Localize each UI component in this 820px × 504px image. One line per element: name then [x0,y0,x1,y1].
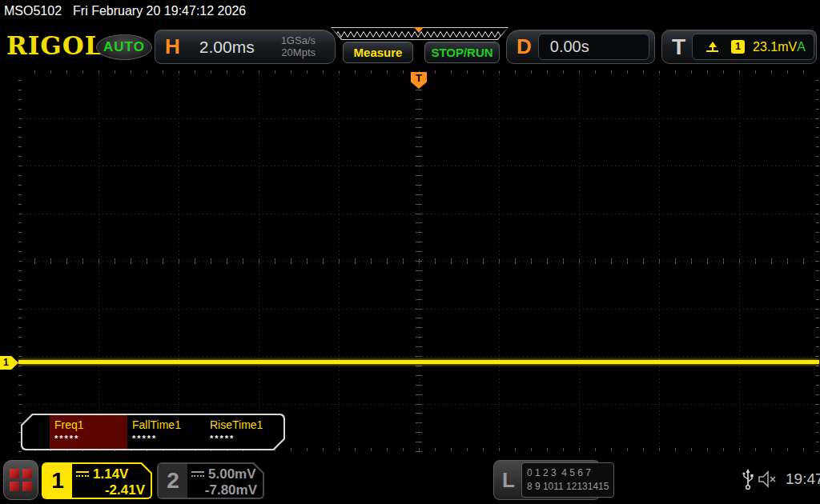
horizontal-timebase-box[interactable]: H 2.00ms 1GSa/s 20Mpts [155,30,336,64]
graticule: T [18,70,819,451]
delay-label: D [517,34,532,59]
dc-coupling-icon [191,471,204,478]
channel1-scale: 1.14V [93,466,128,482]
measurement-item-risetime1[interactable]: RiseTime1 ***** [205,415,283,449]
rising-edge-trigger-icon [705,41,720,54]
trigger-box[interactable]: T 1 23.1mV A [661,30,817,64]
channel2-offset: -7.80mV [205,482,257,498]
datetime: Fri February 20 19:47:12 2026 [73,4,246,18]
timebase-value: 2.00ms [199,38,255,57]
speaker-muted-icon [758,470,782,488]
channel2-inner: 2 5.00mV -7.80mV [159,464,263,498]
rigol-logo: RIGOL [6,30,103,61]
measurement-value: ***** [54,434,127,443]
measurement-value: ***** [210,434,283,443]
measurement-panel-inner: Freq1 ***** FallTime1 ***** RiseTime1 **… [22,415,283,449]
channel2-values: 5.00mV -7.80mV [187,464,263,498]
channel1-inner: 1 1.14V -2.41V [43,464,151,498]
sample-rate: 1GSa/s [281,34,316,46]
status-bar: MSO5102Fri February 20 19:47:12 2026 [4,4,246,18]
trigger-label: T [672,34,685,60]
logic-channels-block[interactable]: L 0 1 2 3 4 5 6 7 8 9 1011 12131415 [493,460,601,500]
logic-channel-list: 0 1 2 3 4 5 6 7 8 9 1011 12131415 [521,462,615,498]
channel1-trace [18,360,819,364]
trigger-level-value: 23.1mV [753,40,797,54]
measurement-label: FallTime1 [132,418,205,431]
channel1-offset: -2.41V [105,482,145,498]
measurement-item-freq1[interactable]: Freq1 ***** [50,415,127,449]
dc-coupling-icon [76,471,89,478]
trigger-status-badge: AUTO [96,34,152,60]
measurement-label: RiseTime1 [210,418,283,431]
delay-value: 0.00s [550,38,589,56]
logic-row-2: 8 9 1011 12131415 [527,480,609,494]
trigger-position-marker[interactable]: T [411,72,427,89]
logic-label: L [502,468,515,493]
preview-trigger-position-icon [414,27,424,33]
trigger-coupling-mode: A [797,40,806,54]
channel2-scale: 5.00mV [208,466,256,482]
usb-icon [742,468,754,490]
horizontal-label: H [165,34,180,59]
measure-button[interactable]: Measure [343,42,413,63]
memory-preview-bar[interactable] [331,27,508,40]
logic-row-1: 0 1 2 3 4 5 6 7 [527,466,609,480]
channel2-status-block[interactable]: 2 5.00mV -7.80mV [157,462,264,499]
measurement-label: Freq1 [54,418,127,431]
oscilloscope-screen: MSO5102Fri February 20 19:47:12 2026 RIG… [0,0,820,504]
stop-run-button[interactable]: STOP/RUN [424,42,500,63]
channel1-status-block[interactable]: 1 1.14V -2.41V [42,462,152,499]
menu-button[interactable] [3,460,38,500]
delay-box[interactable]: D 0.00s [506,30,655,64]
measurement-value: ***** [132,434,205,443]
acquisition-rates: 1GSa/s 20Mpts [281,35,316,59]
measurement-panel[interactable]: Freq1 ***** FallTime1 ***** RiseTime1 **… [21,414,285,450]
measurement-item-falltime1[interactable]: FallTime1 ***** [127,415,205,449]
grid-menu-icon [10,469,32,491]
clock: 19:47 [786,470,820,488]
channel2-number: 2 [159,464,187,498]
trigger-source-badge: 1 [731,40,745,54]
channel1-number: 1 [43,464,72,498]
measurement-spacer [22,415,50,449]
channel1-values: 1.14V -2.41V [72,464,151,498]
model-name: MSO5102 [4,4,62,18]
channel1-ground-marker[interactable]: 1 [0,356,18,370]
memory-depth: 20Mpts [281,46,316,58]
